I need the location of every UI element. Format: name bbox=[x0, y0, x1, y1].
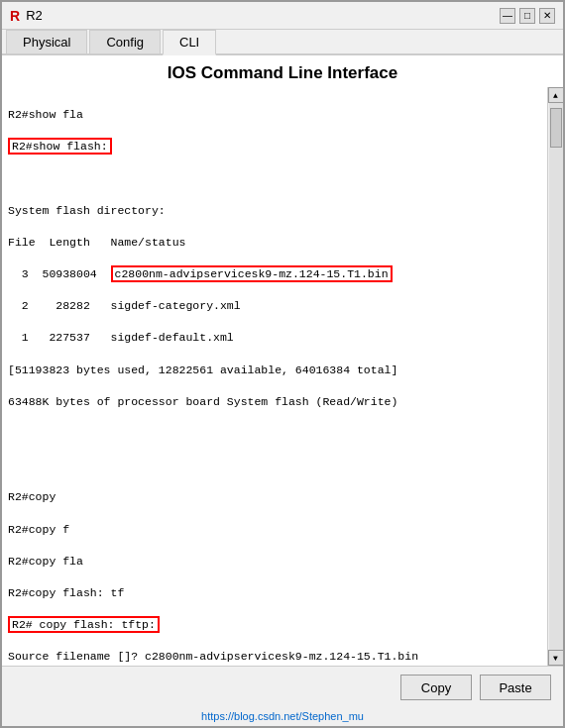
title-bar: R R2 — □ ✕ bbox=[2, 2, 563, 30]
watermark: https://blog.csdn.net/Stephen_mu bbox=[2, 708, 563, 726]
terminal-content[interactable]: R2#show fla R2#show flash: System flash … bbox=[2, 87, 547, 666]
terminal-line: System flash directory: bbox=[8, 203, 541, 219]
bottom-bar: Copy Paste bbox=[2, 666, 563, 708]
terminal-line: R2#copy fla bbox=[8, 554, 541, 570]
terminal-line: R2#copy bbox=[8, 489, 541, 505]
terminal-line: 63488K bytes of processor board System f… bbox=[8, 394, 541, 410]
main-window: R R2 — □ ✕ Physical Config CLI IOS Comma… bbox=[0, 0, 565, 728]
close-button[interactable]: ✕ bbox=[539, 8, 555, 24]
scroll-track[interactable] bbox=[549, 103, 563, 650]
minimize-button[interactable]: — bbox=[500, 8, 515, 24]
page-title: IOS Command Line Interface bbox=[2, 55, 563, 87]
terminal-line: Source filename []? c2800nm-advipservice… bbox=[8, 649, 541, 665]
terminal-line bbox=[8, 170, 541, 186]
terminal-scrollbar[interactable]: ▲ ▼ bbox=[547, 87, 563, 666]
tab-cli[interactable]: CLI bbox=[163, 30, 216, 55]
terminal-line: 1 227537 sigdef-default.xml bbox=[8, 330, 541, 346]
scroll-down-button[interactable]: ▼ bbox=[548, 650, 564, 666]
terminal-line: R2#show fla bbox=[8, 107, 541, 123]
title-bar-left: R R2 bbox=[10, 8, 43, 24]
terminal-line: R2#copy f bbox=[8, 522, 541, 538]
app-icon: R bbox=[10, 8, 20, 24]
terminal-line bbox=[8, 458, 541, 473]
window-controls[interactable]: — □ ✕ bbox=[500, 8, 555, 24]
maximize-button[interactable]: □ bbox=[519, 8, 535, 24]
terminal-line-highlight1: R2#show flash: bbox=[8, 139, 541, 155]
tab-physical[interactable]: Physical bbox=[6, 30, 87, 53]
terminal-line-highlight2: R2# copy flash: tftp: bbox=[8, 617, 541, 633]
terminal-line: 2 28282 sigdef-category.xml bbox=[8, 298, 541, 314]
tab-bar: Physical Config CLI bbox=[2, 30, 563, 55]
terminal-line: File Length Name/status bbox=[8, 235, 541, 251]
terminal-line: [51193823 bytes used, 12822561 available… bbox=[8, 363, 541, 378]
scroll-up-button[interactable]: ▲ bbox=[548, 87, 564, 103]
terminal-line bbox=[8, 426, 541, 442]
app-title: R2 bbox=[26, 8, 43, 23]
terminal-line: 3 50938004 c2800nm-advipservicesk9-mz.12… bbox=[8, 266, 541, 282]
paste-button[interactable]: Paste bbox=[480, 675, 551, 700]
scroll-thumb[interactable] bbox=[550, 108, 562, 148]
copy-button[interactable]: Copy bbox=[400, 675, 472, 700]
tab-config[interactable]: Config bbox=[89, 30, 161, 53]
terminal-wrapper: R2#show fla R2#show flash: System flash … bbox=[2, 87, 563, 666]
terminal-line: R2#copy flash: tf bbox=[8, 585, 541, 601]
